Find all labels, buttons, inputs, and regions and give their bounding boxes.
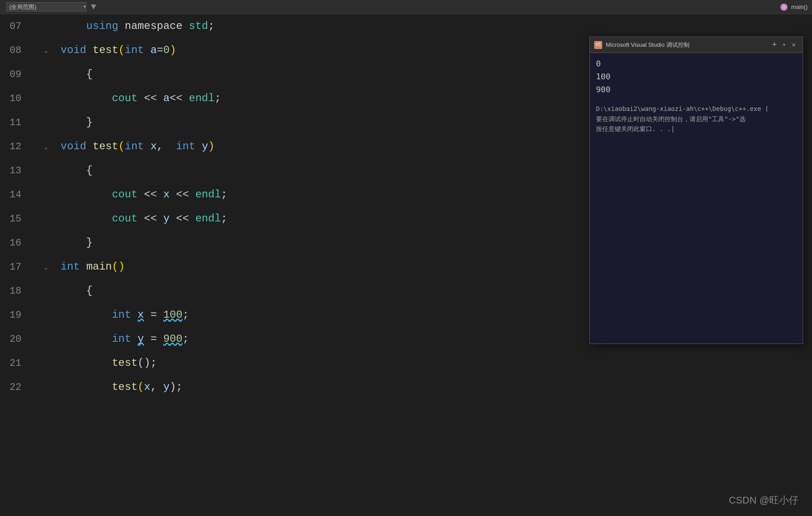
line-number-14: 14 xyxy=(0,189,27,201)
code-token: y xyxy=(163,213,169,225)
code-token: = xyxy=(144,333,163,345)
line-number-07: 07 xyxy=(0,21,27,32)
line-number-19: 19 xyxy=(0,310,27,321)
collapse-gutter-17[interactable]: ⌄ xyxy=(42,263,50,271)
code-line-07: 07 using namespace std; xyxy=(0,14,812,38)
code-content-22: test(x, y); xyxy=(59,375,812,399)
code-token: cout xyxy=(112,188,138,201)
code-token: << xyxy=(170,92,189,104)
collapse-gutter-12[interactable]: ⌄ xyxy=(42,143,50,151)
code-token xyxy=(144,140,150,152)
collapse-arrow-icon[interactable]: ⌄ xyxy=(44,263,48,271)
code-token: = xyxy=(157,44,163,56)
code-content-07: using namespace std; xyxy=(59,14,812,38)
console-titlebar: VS Microsoft Visual Studio 调试控制 + ▾ ✕ xyxy=(590,37,803,53)
code-token: 100 xyxy=(163,309,182,321)
code-token: int xyxy=(176,140,195,152)
code-token: test xyxy=(112,357,138,369)
code-token: endl xyxy=(195,213,221,225)
console-add-button[interactable]: + xyxy=(770,41,779,49)
code-token xyxy=(61,357,112,369)
code-token: { xyxy=(61,164,93,176)
code-token: () xyxy=(112,261,125,273)
code-token xyxy=(61,20,86,32)
code-token: ; xyxy=(183,309,189,321)
line-number-11: 11 xyxy=(0,117,27,128)
code-token: cout xyxy=(112,213,138,225)
code-token: ; xyxy=(183,333,189,345)
line-number-21: 21 xyxy=(0,358,27,369)
console-close-button[interactable]: ✕ xyxy=(789,41,798,49)
debug-console: VS Microsoft Visual Studio 调试控制 + ▾ ✕ 0 … xyxy=(589,37,803,344)
code-token: << xyxy=(138,188,163,201)
code-token: void xyxy=(61,44,86,56)
code-token: endl xyxy=(189,92,215,104)
code-token: ; xyxy=(221,188,227,201)
console-note2: 按任意键关闭此窗口. . .| xyxy=(596,124,796,134)
code-token xyxy=(61,333,112,345)
code-token: ) xyxy=(208,140,214,152)
line-number-15: 15 xyxy=(0,213,27,225)
console-body: 0 100 900 D:\xiaobai2\wang-xiaozi-ah\c++… xyxy=(590,53,803,344)
code-token: int xyxy=(125,44,144,56)
code-token: ); xyxy=(170,381,183,393)
line-number-09: 09 xyxy=(0,69,27,80)
code-token: ; xyxy=(208,20,214,32)
code-token: << xyxy=(138,92,163,104)
line-number-22: 22 xyxy=(0,382,27,393)
code-token: = xyxy=(144,309,163,321)
code-token: ) xyxy=(170,44,176,56)
console-path: D:\xiaobai2\wang-xiaozi-ah\c++\Debug\c++… xyxy=(596,104,796,114)
code-token: } xyxy=(61,116,93,128)
code-token: endl xyxy=(195,188,221,201)
collapse-arrow-icon[interactable]: ⌄ xyxy=(44,47,48,54)
code-token: int xyxy=(112,309,131,321)
line-number-17: 17 xyxy=(0,262,27,273)
code-token: << xyxy=(138,213,163,225)
code-token: << xyxy=(170,188,196,201)
collapse-gutter-08[interactable]: ⌄ xyxy=(42,47,50,54)
code-token xyxy=(86,140,93,152)
line-number-13: 13 xyxy=(0,165,27,176)
code-token: int xyxy=(125,140,144,152)
watermark: CSDN @旺小仔 xyxy=(729,494,799,507)
line-number-08: 08 xyxy=(0,45,27,56)
function-indicator: ⊙ main() xyxy=(780,4,808,11)
code-token xyxy=(86,44,93,56)
code-token: test xyxy=(93,44,118,56)
top-toolbar: (全局范围) ▼ ⊙ main() xyxy=(0,0,812,14)
code-token: x xyxy=(144,381,150,393)
console-chevron[interactable]: ▾ xyxy=(783,41,786,48)
code-token: namespace xyxy=(118,20,189,32)
console-title: Microsoft Visual Studio 调试控制 xyxy=(606,41,767,49)
code-token xyxy=(61,213,112,225)
code-token xyxy=(131,309,137,321)
code-token: 900 xyxy=(163,333,182,345)
code-token: x xyxy=(151,140,157,152)
line-number-20: 20 xyxy=(0,334,27,345)
code-token xyxy=(196,140,202,152)
code-token: test xyxy=(93,140,118,152)
console-output-1: 100 xyxy=(596,70,796,83)
scope-dropdown[interactable]: (全局范围) xyxy=(6,2,86,12)
code-token: (); xyxy=(138,357,157,369)
line-number-12: 12 xyxy=(0,141,27,152)
code-token: std xyxy=(189,20,208,32)
code-token: a xyxy=(151,44,157,56)
code-token: y xyxy=(163,381,169,393)
code-line-21: 21 test(); xyxy=(0,351,812,375)
collapse-arrow-icon[interactable]: ⌄ xyxy=(44,143,48,151)
code-token: , xyxy=(157,140,176,152)
code-token: test xyxy=(112,381,138,393)
code-token: ; xyxy=(221,213,227,225)
code-token: << xyxy=(170,213,196,225)
code-token: ( xyxy=(118,140,125,152)
code-token: void xyxy=(61,140,86,152)
code-token: x xyxy=(163,188,169,201)
code-content-21: test(); xyxy=(59,351,812,375)
code-token xyxy=(144,44,150,56)
code-token: 0 xyxy=(163,44,169,56)
main-content: 07 using namespace std;08⌄void test(int … xyxy=(0,14,812,516)
code-token: , xyxy=(151,381,163,393)
code-token xyxy=(61,188,112,201)
